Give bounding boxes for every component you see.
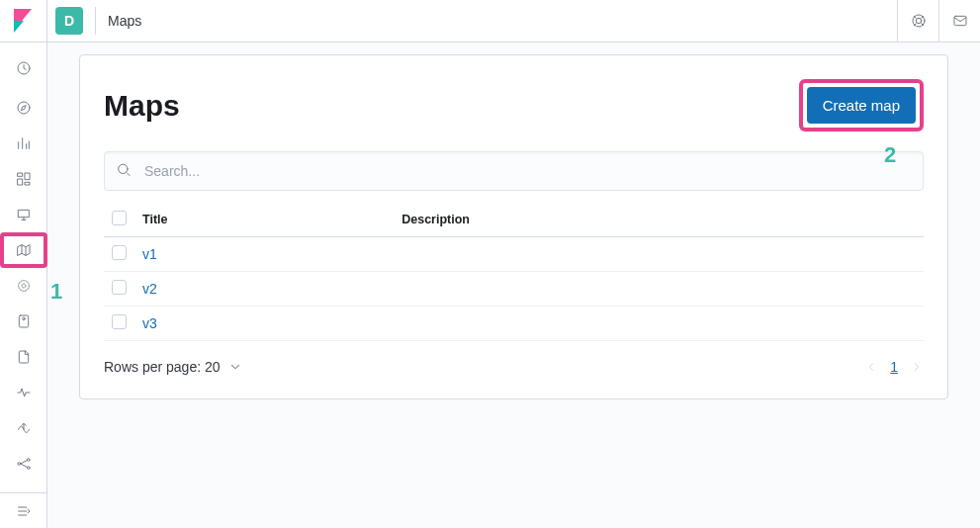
svg-point-8 <box>18 281 29 292</box>
infra-icon <box>16 313 32 329</box>
row-description <box>394 272 924 307</box>
main-area: D Maps Maps Create map <box>47 0 980 528</box>
sidebar <box>0 0 47 528</box>
clock-icon <box>16 60 32 76</box>
svg-point-17 <box>119 164 128 173</box>
select-all-checkbox[interactable] <box>112 211 127 225</box>
sidebar-item-recent[interactable] <box>0 50 47 86</box>
chevron-right-icon <box>910 360 924 374</box>
maps-table: Title Description v1 v2 <box>104 203 924 341</box>
maps-icon <box>16 242 32 258</box>
pagination: 1 <box>864 359 924 375</box>
next-page-button[interactable] <box>910 360 924 374</box>
divider <box>95 7 96 35</box>
space-selector[interactable]: D <box>55 7 83 35</box>
sidebar-item-dashboard[interactable] <box>0 161 47 197</box>
topbar: D Maps <box>47 0 980 43</box>
row-checkbox[interactable] <box>112 280 127 295</box>
sidebar-item-uptime[interactable] <box>0 410 47 446</box>
help-icon <box>911 13 927 29</box>
content: Maps Create map Title <box>47 43 980 528</box>
svg-rect-16 <box>954 16 966 25</box>
svg-point-1 <box>18 102 30 114</box>
kibana-logo[interactable] <box>0 0 47 43</box>
compass-icon <box>16 100 32 116</box>
svg-rect-5 <box>25 182 30 185</box>
page-number[interactable]: 1 <box>890 359 898 375</box>
newsfeed-button[interactable] <box>938 0 980 43</box>
sidebar-item-infra[interactable] <box>0 304 47 339</box>
siem-icon <box>16 456 32 472</box>
row-checkbox[interactable] <box>112 245 127 260</box>
map-link[interactable]: v1 <box>142 246 157 262</box>
rows-per-page-button[interactable]: Rows per page: 20 <box>104 359 242 375</box>
sidebar-item-discover[interactable] <box>0 90 47 126</box>
sidebar-collapse-button[interactable] <box>0 492 46 528</box>
svg-point-10 <box>22 317 25 320</box>
map-link[interactable]: v3 <box>142 315 157 331</box>
svg-rect-4 <box>18 179 23 185</box>
ml-icon <box>16 278 32 294</box>
logs-icon <box>16 349 32 365</box>
svg-point-12 <box>27 459 30 462</box>
create-map-highlight: Create map <box>799 79 924 132</box>
kibana-logo-icon <box>14 9 34 33</box>
uptime-icon <box>16 420 32 436</box>
dashboard-icon <box>16 171 32 187</box>
sidebar-item-ml[interactable] <box>0 268 47 304</box>
sidebar-item-siem[interactable] <box>0 446 47 482</box>
search-wrap <box>104 151 924 191</box>
sidebar-item-maps[interactable] <box>0 232 47 268</box>
collapse-icon <box>16 503 32 519</box>
bar-chart-icon <box>16 135 32 151</box>
chevron-down-icon <box>228 360 242 374</box>
sidebar-nav <box>0 43 47 492</box>
mail-icon <box>952 13 968 29</box>
table-row: v3 <box>104 307 924 341</box>
rows-per-page-label: Rows per page: 20 <box>104 359 221 375</box>
canvas-icon <box>16 207 32 222</box>
svg-rect-2 <box>18 173 23 176</box>
table-footer: Rows per page: 20 1 <box>104 341 924 375</box>
apm-icon <box>16 385 32 400</box>
svg-point-7 <box>22 284 26 288</box>
svg-point-13 <box>27 467 30 470</box>
annotation-1: 1 <box>50 279 62 305</box>
table-row: v2 <box>104 272 924 307</box>
sidebar-item-visualize[interactable] <box>0 126 47 161</box>
annotation-2: 2 <box>884 142 896 168</box>
prev-page-button[interactable] <box>864 360 878 374</box>
svg-point-15 <box>916 18 921 23</box>
create-map-button[interactable]: Create map <box>807 87 916 124</box>
help-button[interactable] <box>897 0 938 43</box>
row-description <box>394 237 924 272</box>
table-row: v1 <box>104 237 924 272</box>
row-checkbox[interactable] <box>112 314 127 329</box>
chevron-left-icon <box>864 360 878 374</box>
sidebar-item-apm[interactable] <box>0 375 47 410</box>
svg-rect-6 <box>18 210 29 217</box>
page-title: Maps <box>104 89 180 123</box>
row-description <box>394 307 924 341</box>
svg-rect-3 <box>25 173 30 180</box>
breadcrumb[interactable]: Maps <box>108 13 141 29</box>
column-title[interactable]: Title <box>134 203 394 237</box>
search-icon <box>116 162 132 181</box>
sidebar-item-logs[interactable] <box>0 339 47 375</box>
map-link[interactable]: v2 <box>142 281 157 297</box>
sidebar-item-canvas[interactable] <box>0 197 47 232</box>
column-description[interactable]: Description <box>394 203 924 237</box>
maps-panel: Maps Create map Title <box>79 54 948 399</box>
search-input[interactable] <box>104 151 924 191</box>
